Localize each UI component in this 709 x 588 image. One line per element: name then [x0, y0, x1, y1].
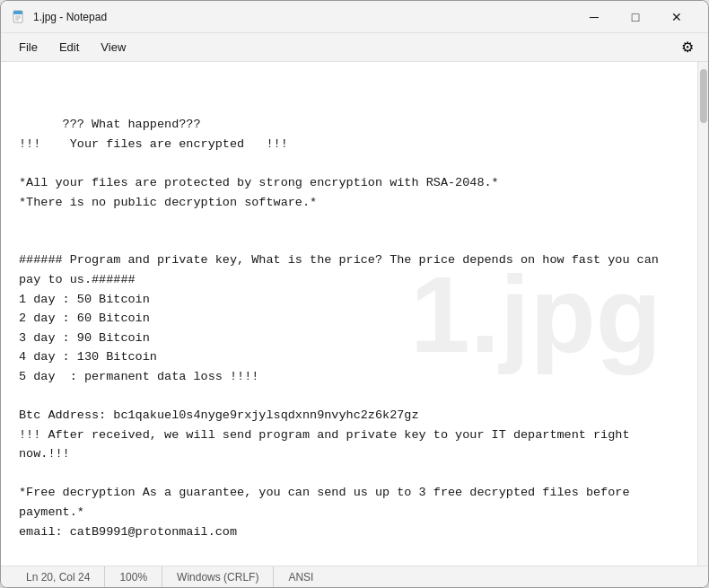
close-button[interactable]: ✕ [656, 3, 697, 31]
window-title: 1.jpg - Notepad [33, 11, 573, 23]
svg-rect-1 [13, 11, 22, 14]
status-bar: Ln 20, Col 24 100% Windows (CRLF) ANSI [1, 566, 708, 587]
editor-content[interactable]: 1.jpg ??? What happend??? !!! Your files… [1, 62, 697, 566]
minimize-button[interactable]: ─ [573, 3, 615, 31]
app-icon [12, 10, 26, 24]
window-controls: ─ □ ✕ [573, 3, 697, 31]
maximize-button[interactable]: □ [615, 3, 656, 31]
editor-text: ??? What happend??? !!! Your files are e… [19, 118, 666, 566]
scrollbar[interactable] [697, 62, 708, 566]
edit-menu[interactable]: Edit [48, 37, 90, 57]
view-menu[interactable]: View [90, 37, 136, 57]
watermark: 1.jpg [410, 260, 661, 368]
file-menu[interactable]: File [8, 37, 48, 57]
scrollbar-thumb[interactable] [700, 69, 707, 123]
settings-button[interactable]: ⚙ [674, 35, 701, 59]
menu-bar: File Edit View ⚙ [1, 33, 708, 62]
zoom-level: 100% [105, 566, 162, 587]
title-bar: 1.jpg - Notepad ─ □ ✕ [1, 1, 708, 33]
line-col-indicator: Ln 20, Col 24 [12, 566, 105, 587]
encoding: ANSI [274, 566, 328, 587]
editor-area: 1.jpg ??? What happend??? !!! Your files… [1, 62, 708, 566]
notepad-window: 1.jpg - Notepad ─ □ ✕ File Edit View ⚙ 1… [0, 0, 709, 588]
line-ending: Windows (CRLF) [162, 566, 274, 587]
